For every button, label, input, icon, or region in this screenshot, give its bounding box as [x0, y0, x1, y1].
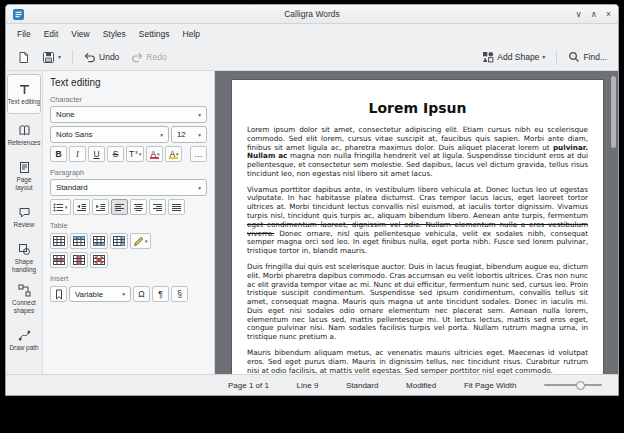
redo-button[interactable]: Redo	[126, 47, 171, 67]
indent-icon	[95, 203, 106, 212]
insert-row-below-icon	[93, 236, 105, 246]
menu-view[interactable]: View	[65, 27, 95, 41]
more-character-options-button[interactable]: …	[190, 146, 207, 162]
document-paragraph[interactable]: Mauris bibendum aliquam metus, ac venena…	[247, 349, 588, 374]
menu-settings[interactable]: Settings	[133, 27, 176, 41]
close-button[interactable]: ×	[606, 10, 611, 19]
vertical-scrollbar[interactable]	[611, 73, 616, 372]
zoom-slider[interactable]	[544, 379, 602, 391]
new-document-button[interactable]	[12, 47, 35, 67]
save-icon	[42, 51, 55, 64]
menu-styles[interactable]: Styles	[97, 27, 132, 41]
sidebar-tab-shape-handling[interactable]: Shape handling	[7, 238, 41, 278]
redo-icon	[131, 52, 143, 63]
sidebar-tab-page-layout[interactable]: Page layout	[7, 156, 41, 196]
document-paragraph[interactable]: Vivamus porttitor dapibus ante, in vesti…	[247, 186, 588, 256]
align-right-button[interactable]	[149, 199, 166, 215]
strikethrough-button[interactable]: S	[107, 146, 124, 162]
connect-shapes-icon	[18, 284, 31, 297]
insert-section-button[interactable]: §	[171, 286, 188, 302]
statusbar: Page 1 of 1 Line 9 Standard Modified Fit…	[6, 374, 618, 395]
save-button[interactable]: ▾	[37, 47, 66, 67]
underline-button[interactable]: U	[88, 146, 105, 162]
menu-file[interactable]: File	[11, 27, 37, 41]
maximize-button[interactable]: ∧	[591, 10, 597, 19]
italic-button[interactable]: I	[69, 146, 86, 162]
zoom-mode-button[interactable]: Fit Page Width	[464, 381, 516, 390]
sidebar-tab-references[interactable]: References	[7, 115, 41, 155]
highlight-color-button[interactable]: A ▾	[165, 146, 182, 162]
search-icon	[568, 51, 580, 63]
decrease-indent-button[interactable]	[73, 199, 90, 215]
menu-help[interactable]: Help	[177, 27, 206, 41]
insert-row-above-button[interactable]	[70, 233, 88, 249]
script-dropdown-button[interactable]: Tx ▾	[126, 146, 144, 162]
minimize-button[interactable]: ∨	[576, 10, 582, 19]
document-body[interactable]: Lorem ipsum dolor sit amet, consectetur …	[247, 126, 588, 374]
document-paragraph[interactable]: Duis fringilla dui quis est scelerisque …	[247, 263, 588, 342]
increase-indent-button[interactable]	[92, 199, 109, 215]
review-icon	[18, 206, 31, 219]
add-shape-label: Add Shape	[497, 52, 539, 62]
draw-path-icon	[18, 329, 31, 342]
text-editing-panel: Text editing Character None ▾ Noto Sans …	[43, 71, 215, 374]
align-justify-button[interactable]	[168, 199, 185, 215]
insert-row-below-button[interactable]	[90, 233, 108, 249]
align-justify-icon	[171, 203, 182, 212]
sidebar-tab-connect-shapes[interactable]: Connect shapes	[7, 279, 41, 319]
bold-button[interactable]: B	[50, 146, 67, 162]
main-content: Text editing References Page layout Revi…	[6, 71, 618, 374]
list-style-dropdown-button[interactable]: ▾	[50, 199, 71, 215]
new-document-icon	[17, 51, 30, 64]
insert-column-icon	[113, 236, 125, 246]
add-shape-dropdown-arrow-icon: ▾	[542, 54, 545, 60]
menu-edit[interactable]: Edit	[38, 27, 65, 41]
delete-row-icon	[53, 255, 65, 265]
add-shape-button[interactable]: Add Shape ▾	[477, 47, 550, 67]
document-title[interactable]: Lorem Ipsun	[247, 100, 588, 116]
style-indicator[interactable]: Standard	[346, 381, 378, 390]
zoom-slider-track[interactable]	[544, 384, 602, 386]
document-page[interactable]: Lorem Ipsun Lorem ipsum dolor sit amet, …	[231, 79, 604, 374]
delete-column-icon	[73, 255, 85, 265]
insert-page-break-button[interactable]: ¶	[152, 286, 169, 302]
redo-label: Redo	[146, 52, 166, 62]
chevron-down-icon: ▾	[160, 132, 163, 138]
sidebar-tab-draw-path[interactable]: Draw path	[7, 320, 41, 360]
document-viewport[interactable]: Lorem Ipsun Lorem ipsum dolor sit amet, …	[215, 71, 618, 374]
insert-bookmark-button[interactable]	[50, 286, 67, 302]
font-color-swatch	[150, 157, 159, 159]
paragraph-style-combo[interactable]: Standard ▾	[50, 179, 207, 196]
chevron-down-icon: ▾	[198, 132, 201, 138]
save-dropdown-arrow-icon: ▾	[58, 54, 61, 60]
delete-column-button[interactable]	[70, 252, 88, 268]
bookmark-icon	[54, 289, 64, 300]
find-button[interactable]: Find...	[563, 47, 612, 67]
text-editing-icon	[18, 83, 31, 96]
line-indicator[interactable]: Line 9	[297, 381, 319, 390]
align-left-button[interactable]	[111, 199, 128, 215]
delete-table-button[interactable]	[90, 252, 108, 268]
sidebar-tab-review[interactable]: Review	[7, 197, 41, 237]
font-family-combo[interactable]: Noto Sans ▾	[50, 126, 169, 143]
scrollbar-thumb[interactable]	[611, 76, 616, 148]
sidebar-tab-text-editing[interactable]: Text editing	[7, 74, 41, 114]
document-paragraph[interactable]: Lorem ipsum dolor sit amet, consectetur …	[247, 126, 588, 179]
insert-column-button[interactable]	[110, 233, 128, 249]
tool-dock-tabbar: Text editing References Page layout Revi…	[6, 71, 43, 374]
insert-variable-combo[interactable]: Variable ▾	[69, 286, 131, 302]
align-center-icon	[133, 203, 144, 212]
character-style-combo[interactable]: None ▾	[50, 106, 207, 123]
insert-table-button[interactable]	[50, 233, 68, 249]
font-color-button[interactable]: A ▾	[146, 146, 163, 162]
zoom-slider-handle[interactable]	[576, 381, 585, 390]
find-label: Find...	[583, 52, 607, 62]
delete-row-button[interactable]	[50, 252, 68, 268]
table-border-style-button[interactable]: ▾	[130, 233, 151, 249]
font-size-combo[interactable]: 12 ▾	[171, 126, 207, 143]
undo-button[interactable]: Undo	[79, 47, 124, 67]
titlebar[interactable]: Calligra Words ∨ ∧ ×	[6, 5, 618, 24]
insert-special-character-button[interactable]: Ω	[133, 286, 150, 302]
align-center-button[interactable]	[130, 199, 147, 215]
page-indicator[interactable]: Page 1 of 1	[228, 381, 269, 390]
